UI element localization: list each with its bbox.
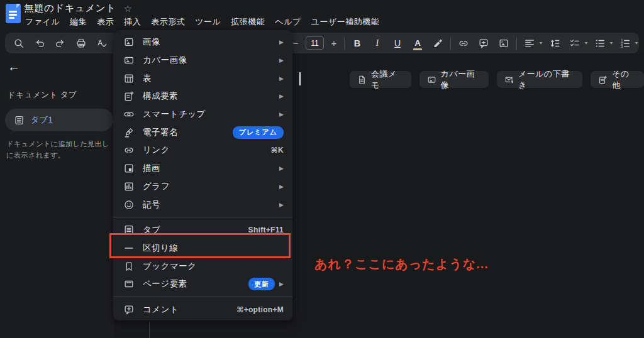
checklist-icon bbox=[569, 38, 580, 49]
text-color-icon: A bbox=[414, 38, 421, 48]
search-menus-button[interactable] bbox=[11, 36, 26, 51]
insert-link-button[interactable] bbox=[456, 36, 471, 51]
google-docs-window: 無題のドキュメント ☆ ファイル 編集 表示 挿入 表示形式 ツール 拡張機能 … bbox=[0, 0, 644, 338]
menu-item-bookmark[interactable]: ブックマーク bbox=[113, 257, 292, 275]
submenu-arrow-icon: ▶ bbox=[279, 39, 284, 45]
update-badge: 更新 bbox=[248, 278, 275, 290]
menu-accessibility[interactable]: ユーザー補助機能 bbox=[306, 14, 385, 30]
drawing-icon bbox=[123, 163, 135, 174]
toolbar: − 11 + B I U A ▾ bbox=[5, 33, 639, 53]
tab-document-icon bbox=[14, 115, 25, 126]
menu-item-building-blocks[interactable]: 構成要素▶ bbox=[113, 87, 292, 106]
menu-edit[interactable]: 編集 bbox=[65, 14, 92, 30]
menu-file[interactable]: ファイル bbox=[20, 14, 65, 30]
bulleted-list-icon bbox=[594, 38, 606, 49]
header: 無題のドキュメント ☆ ファイル 編集 表示 挿入 表示形式 ツール 拡張機能 … bbox=[0, 0, 644, 30]
tab-label: タブ1 bbox=[31, 114, 53, 126]
bold-icon: B bbox=[354, 38, 360, 48]
comment-plus-icon bbox=[478, 38, 489, 49]
menu-view[interactable]: 表示 bbox=[92, 14, 119, 30]
menu-item-image[interactable]: 画像▶ bbox=[113, 33, 292, 52]
svg-text:3: 3 bbox=[621, 45, 623, 48]
menu-item-esignature[interactable]: 電子署名プレミアム bbox=[113, 123, 292, 141]
sidebar-item-tab1[interactable]: タブ1 bbox=[5, 109, 113, 131]
spellcheck-icon bbox=[96, 38, 108, 49]
align-dropdown-arrow[interactable]: ▾ bbox=[540, 40, 542, 46]
menu-item-page-elements[interactable]: ページ要素 更新 ▶ bbox=[113, 275, 292, 293]
toolbar-divider bbox=[450, 37, 451, 50]
bulleted-list-button[interactable] bbox=[592, 36, 608, 51]
bulleted-list-dropdown-arrow[interactable]: ▾ bbox=[610, 40, 613, 46]
menubar: ファイル 編集 表示 挿入 表示形式 ツール 拡張機能 ヘルプ ユーザー補助機能 bbox=[20, 14, 384, 30]
bold-button[interactable]: B bbox=[350, 36, 365, 51]
close-sidebar-button[interactable]: ← bbox=[8, 60, 20, 74]
submenu-arrow-icon: ▶ bbox=[279, 202, 284, 208]
menu-extensions[interactable]: 拡張機能 bbox=[226, 14, 270, 30]
menu-help[interactable]: ヘルプ bbox=[270, 14, 306, 30]
chip-meeting-notes[interactable]: 会議メモ bbox=[350, 71, 411, 88]
underline-button[interactable]: U bbox=[390, 36, 405, 51]
premium-badge: プレミアム bbox=[233, 126, 284, 139]
image-icon bbox=[123, 36, 135, 48]
menu-item-cover-image[interactable]: カバー画像▶ bbox=[113, 52, 292, 70]
numbered-list-icon: 123 bbox=[619, 38, 631, 49]
redo-button[interactable] bbox=[53, 36, 68, 51]
chip-email-draft[interactable]: メールの下書き bbox=[497, 71, 582, 88]
numbered-list-button[interactable]: 123 bbox=[618, 36, 633, 51]
submenu-arrow-icon: ▶ bbox=[279, 165, 284, 172]
highlighter-icon bbox=[432, 38, 443, 49]
italic-icon: I bbox=[376, 38, 379, 48]
suggestion-chips: 会議メモ カバー画像 メールの下書き その他 bbox=[350, 71, 644, 88]
highlight-color-button[interactable] bbox=[430, 36, 445, 51]
menu-item-smart-chips[interactable]: スマートチップ▶ bbox=[113, 106, 292, 124]
chart-icon bbox=[123, 181, 135, 192]
menu-format[interactable]: 表示形式 bbox=[146, 14, 190, 30]
image-icon bbox=[427, 75, 436, 85]
menu-item-comment[interactable]: コメント⌘+option+M bbox=[113, 301, 292, 319]
envelope-send-icon bbox=[504, 75, 514, 85]
print-button[interactable] bbox=[74, 36, 89, 51]
menu-item-drawing[interactable]: 描画▶ bbox=[113, 160, 292, 178]
shortcut-label: ⌘+option+M bbox=[236, 305, 284, 314]
print-icon bbox=[75, 38, 87, 49]
shortcut-label: ⌘K bbox=[271, 146, 284, 155]
star-icon[interactable]: ☆ bbox=[124, 4, 132, 13]
insert-image-button[interactable] bbox=[496, 36, 511, 51]
align-button[interactable] bbox=[522, 36, 537, 51]
submenu-arrow-icon: ▶ bbox=[279, 93, 284, 99]
page-left-edge bbox=[149, 322, 150, 338]
bookmark-icon bbox=[123, 261, 135, 272]
menu-insert[interactable]: 挿入 bbox=[119, 14, 146, 30]
menu-separator bbox=[113, 297, 292, 297]
google-docs-logo-icon[interactable] bbox=[6, 4, 21, 23]
align-left-icon bbox=[524, 38, 535, 49]
menu-separator bbox=[113, 217, 292, 217]
italic-button[interactable]: I bbox=[370, 36, 385, 51]
menu-item-table[interactable]: 表▶ bbox=[113, 69, 292, 87]
search-icon bbox=[13, 38, 25, 49]
line-spacing-button[interactable] bbox=[547, 36, 562, 51]
menu-item-special-characters[interactable]: 記号▶ bbox=[113, 195, 292, 214]
submenu-arrow-icon: ▶ bbox=[279, 281, 284, 287]
text-color-button[interactable]: A bbox=[410, 36, 425, 51]
highlight-box-horizontal-rule bbox=[109, 233, 291, 258]
spellcheck-button[interactable] bbox=[94, 36, 109, 51]
menu-tools[interactable]: ツール bbox=[190, 14, 226, 30]
numbered-list-dropdown-arrow[interactable]: ▾ bbox=[635, 40, 638, 46]
toolbar-divider bbox=[516, 37, 517, 50]
document-title[interactable]: 無題のドキュメント bbox=[24, 2, 116, 15]
chip-more[interactable]: その他 bbox=[591, 71, 644, 88]
add-comment-button[interactable] bbox=[476, 36, 491, 51]
redo-icon bbox=[55, 38, 66, 49]
undo-button[interactable] bbox=[32, 36, 47, 51]
insert-menu-panel: 画像▶ カバー画像▶ 表▶ 構成要素▶ スマートチップ▶ 電子署名プレミアム リ… bbox=[113, 30, 292, 320]
checklist-button[interactable] bbox=[567, 36, 582, 51]
menu-item-chart[interactable]: グラフ▶ bbox=[113, 178, 292, 196]
link-icon bbox=[458, 38, 469, 49]
building-block-icon bbox=[598, 75, 608, 85]
checklist-dropdown-arrow[interactable]: ▾ bbox=[585, 40, 587, 46]
menu-item-link[interactable]: リンク⌘K bbox=[113, 141, 292, 160]
chip-cover-image[interactable]: カバー画像 bbox=[419, 71, 489, 88]
font-size-input[interactable]: 11 bbox=[306, 36, 324, 50]
font-size-increase-button[interactable]: + bbox=[329, 38, 339, 48]
